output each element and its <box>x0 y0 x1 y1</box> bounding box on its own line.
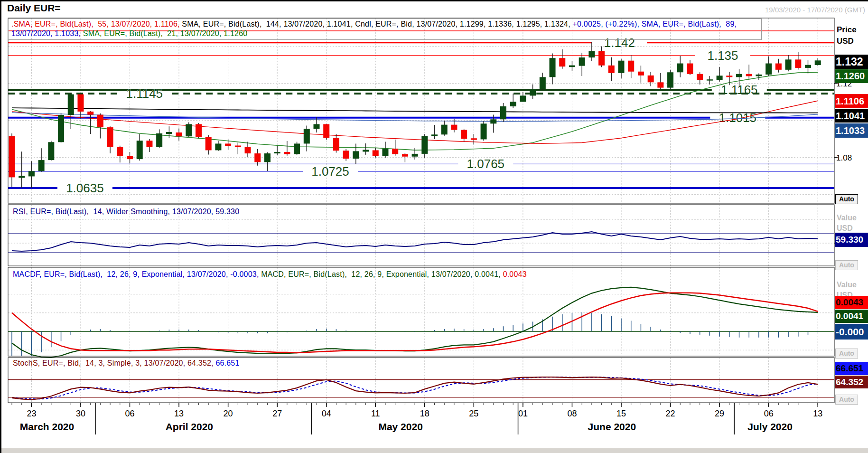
bottom-scroll-strip[interactable] <box>1 448 868 453</box>
price-value-box-1.1260: 1.1260 <box>835 69 868 83</box>
candle <box>245 147 251 153</box>
week-tick-label: 25 <box>469 409 478 419</box>
week-tick-label: 13 <box>813 409 822 419</box>
candle <box>294 143 300 154</box>
week-tick-label: 01 <box>518 409 528 419</box>
candle <box>785 59 792 69</box>
price-legend-box: .SMA, EUR=, Bid(Last), 55, 13/07/2020, 1… <box>8 19 762 40</box>
candle <box>746 74 752 76</box>
rsi-value-box-59.330: 59.330 <box>835 233 868 247</box>
candle <box>618 61 625 73</box>
candle <box>687 64 693 74</box>
candle <box>471 138 477 140</box>
candle <box>402 154 408 157</box>
sma-line-sma-55 <box>12 101 818 143</box>
month-label-april: April 2020 <box>166 421 213 433</box>
week-tick-label: 04 <box>322 409 331 419</box>
candle <box>19 176 25 178</box>
candle <box>815 60 821 65</box>
candle <box>490 119 496 123</box>
price-axis-header: Price <box>837 25 857 35</box>
auto-scale-button-stoch[interactable]: Auto <box>835 395 858 405</box>
candle <box>510 102 516 106</box>
candle <box>588 51 595 57</box>
candle <box>765 64 772 75</box>
candle <box>657 82 663 87</box>
rsi-pane-graphics <box>8 232 834 253</box>
price-legend-r1-seg-2: +0.0025, (+0.22%), SMA, EUR=, Bid(Last),… <box>573 20 737 28</box>
chart-canvas[interactable]: 1.1421.1351.11651.11451.10151.07651.0725… <box>1 1 868 453</box>
candle <box>87 112 93 115</box>
candle <box>500 106 506 119</box>
week-tick-label: 30 <box>76 409 85 419</box>
candle <box>343 151 349 159</box>
candle <box>638 72 644 76</box>
candle <box>579 57 585 66</box>
auto-scale-button-macd[interactable]: Auto <box>835 349 858 359</box>
candle <box>569 66 575 67</box>
candle <box>628 61 634 72</box>
macd-axis-header: Value <box>837 281 857 289</box>
week-tick-label: 22 <box>666 409 675 419</box>
candle <box>421 136 428 153</box>
macd-legend-segment-2: 0.0043 <box>503 270 527 278</box>
month-label-march: March 2020 <box>20 421 74 433</box>
annotation-label-1.1145: 1.1145 <box>126 86 163 101</box>
candle <box>264 153 271 162</box>
rsi-legend-segment-0: RSI, EUR=, Bid(Last), 14, Wilder Smoothi… <box>13 208 239 216</box>
candle <box>697 74 703 80</box>
candle <box>215 143 221 150</box>
candle <box>717 76 723 80</box>
week-tick-label: 06 <box>125 409 135 419</box>
candle <box>677 64 683 73</box>
candle <box>795 59 801 68</box>
price-value-box-1.1033: 1.1033 <box>835 123 868 138</box>
rsi-axis-unit: USD <box>837 224 853 233</box>
week-tick-label: 15 <box>616 409 626 419</box>
stoch-legend-segment-0: StochS, EUR=, Bid, 14, 3, Simple, 3, 13/… <box>13 359 215 367</box>
candle <box>559 58 565 66</box>
candle <box>314 124 320 129</box>
pane-border <box>8 18 834 203</box>
candle <box>77 94 84 112</box>
price-legend-row1: .SMA, EUR=, Bid(Last), 55, 13/07/2020, 1… <box>11 20 737 28</box>
candle <box>323 124 329 138</box>
candle <box>726 76 732 77</box>
sma-line-sma-144 <box>12 108 818 113</box>
price-legend-row2: 13/07/2020, 1.1033, SMA, EUR=, Bid(Last)… <box>11 29 247 38</box>
stoch-legend: StochS, EUR=, Bid, 14, 3, Simple, 3, 13/… <box>13 359 240 368</box>
chart-window: 1.1421.1351.11651.11451.10151.07651.0725… <box>0 0 868 453</box>
candle <box>736 74 742 77</box>
price-value-box-1.132: 1.132 <box>835 55 868 69</box>
week-tick-label: 13 <box>174 409 184 419</box>
candle <box>225 143 231 146</box>
candle <box>598 51 605 66</box>
annotation-label-1.0635: 1.0635 <box>66 181 104 195</box>
candle <box>68 94 74 115</box>
candle <box>117 147 123 156</box>
price-legend-r1-seg-1: SMA, EUR=, Bid(Last), 144, 13/07/2020, 1… <box>182 20 572 28</box>
candle <box>431 134 438 136</box>
candle <box>254 153 261 162</box>
candle <box>146 141 152 147</box>
sma-overlays <box>12 72 818 150</box>
candle <box>520 95 526 102</box>
candle <box>756 75 762 76</box>
candle <box>38 160 45 171</box>
macd-legend-segment-1: MACD, EUR=, Bid(Last), 12, 26, 9, Expone… <box>261 270 503 278</box>
candlestick-series <box>9 42 821 188</box>
candle <box>97 115 103 128</box>
week-tick-label: 20 <box>224 409 233 419</box>
auto-scale-button-rsi[interactable]: Auto <box>835 260 858 270</box>
candle <box>530 89 536 95</box>
page-title: Daily EUR= <box>7 2 61 14</box>
candle <box>805 65 811 68</box>
macd-legend-segment-0: MACDF, EUR=, Bid(Last), 12, 26, 9, Expon… <box>13 270 261 278</box>
week-tick-label: 11 <box>371 409 380 419</box>
candle <box>284 152 290 154</box>
month-label-june: June 2020 <box>588 421 636 433</box>
auto-scale-button-price[interactable]: Auto <box>835 194 858 204</box>
candle <box>333 138 339 151</box>
candle <box>461 130 467 139</box>
macd-pane-graphics <box>8 287 834 358</box>
